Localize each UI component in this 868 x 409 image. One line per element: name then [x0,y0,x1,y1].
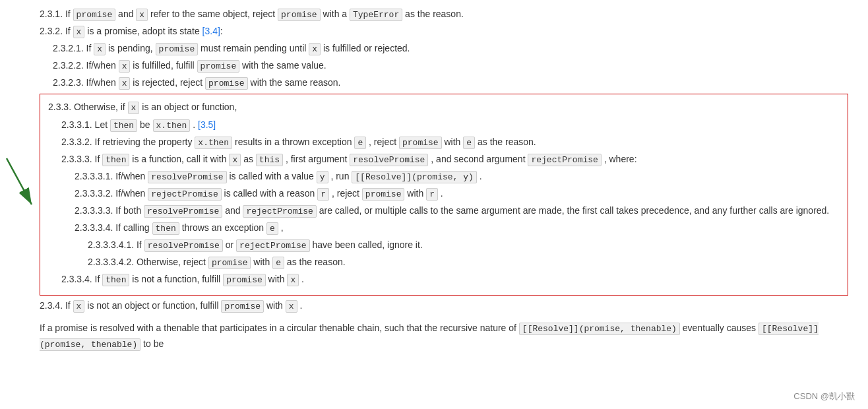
line-2334: 2.3.3.4. If then is not a function, fulf… [48,272,840,288]
line-2321-text: 2.3.2.1. If x is pending, promise must r… [53,43,410,53]
code-promise-1: promise [73,9,116,21]
code-promise-4: promise [197,60,240,73]
code-rejectpromise-3: rejectPromise [243,205,316,218]
footer-text: If a promise is resolved with a thenable… [40,321,848,352]
code-rejectpromise-4: rejectPromise [236,239,309,252]
code-then-2: then [102,154,129,166]
code-this: this [256,154,283,166]
line-23332-text: 2.3.3.3.2. If/when rejectPromise is call… [75,188,443,199]
code-x-2: x [73,26,85,38]
code-rejectpromise-1: rejectPromise [528,154,601,166]
code-e-2: e [463,137,475,149]
line-2323-text: 2.3.2.3. If/when x is rejected, reject p… [53,77,341,88]
line-233341: 2.3.3.3.4.1. If resolvePromise or reject… [48,237,840,253]
line-2331: 2.3.3.1. Let then be x.then . [3.5] [48,117,840,133]
line-23331-text: 2.3.3.3.1. If/when resolvePromise is cal… [75,171,482,181]
line-23334: 2.3.3.3.4. If calling then throws an exc… [48,220,840,236]
line-233-text: 2.3.3. Otherwise, if x is an object or f… [48,102,237,112]
code-rejectpromise-2: rejectPromise [148,188,221,201]
code-resolvepromise-1: resolvePromise [350,154,428,166]
code-promise-3: promise [156,43,199,55]
code-resolve-call: [[Resolve]](promise, y) [352,171,476,183]
line-232-text: 2.3.2. If x is a promise, adopt its stat… [40,26,223,36]
line-2322-text: 2.3.2.2. If/when x is fulfilled, fulfill… [53,60,326,71]
code-then-4: then [102,274,129,286]
line-2333-text: 2.3.3.3. If then is a function, call it … [61,154,637,164]
line-231: 2.3.1. If promise and x refer to the sam… [40,7,848,22]
code-typeerror: TypeError [350,9,402,21]
watermark: CSDN @凯小獸 [793,391,855,402]
code-xthen-1: x.then [153,119,191,132]
line-2323: 2.3.2.3. If/when x is rejected, reject p… [40,75,848,91]
line-23333-text: 2.3.3.3.3. If both resolvePromise and re… [75,205,829,216]
code-promise-10: promise [221,300,264,313]
line-232: 2.3.2. If x is a promise, adopt its stat… [40,24,848,40]
code-promise-9: promise [223,274,266,286]
code-promise-6: promise [399,137,442,149]
line-2333: 2.3.3.3. If then is a function, call it … [48,152,840,168]
footer-text-content: If a promise is resolved with a thenable… [40,323,819,349]
line-233342-text: 2.3.3.3.4.2. Otherwise, reject promise w… [88,257,346,267]
line-23331: 2.3.3.3.1. If/when resolvePromise is cal… [48,169,840,185]
line-234-text: 2.3.4. If x is not an object or function… [40,300,302,311]
code-x-9: x [287,274,299,286]
code-resolve-footer-2: [[Resolve]](promise, thenable) [40,323,819,351]
code-promise-2: promise [278,9,321,21]
code-r-2: r [426,188,438,201]
line-233: 2.3.3. Otherwise, if x is an object or f… [48,100,840,115]
code-e-1: e [354,137,366,149]
code-x-1: x [136,9,148,21]
line-233341-text: 2.3.3.3.4.1. If resolvePromise or reject… [88,239,423,250]
line-231-text: 2.3.1. If promise and x refer to the sam… [40,9,464,19]
line-2321: 2.3.2.1. If x is pending, promise must r… [40,41,848,57]
line-23333: 2.3.3.3.3. If both resolvePromise and re… [48,203,840,219]
line-233342: 2.3.3.3.4.2. Otherwise, reject promise w… [48,255,840,270]
code-promise-5: promise [205,77,248,90]
code-resolvepromise-4: resolvePromise [144,239,223,252]
line-2334-text: 2.3.3.4. If then is not a function, fulf… [61,274,304,284]
code-e-4: e [272,257,284,269]
content-area: 2.3.1. If promise and x refer to the sam… [40,7,848,352]
code-x-5: x [119,60,131,73]
line-2332: 2.3.3.2. If retrieving the property x.th… [48,135,840,150]
code-promise-7: promise [362,188,405,201]
code-r: r [317,188,329,201]
code-promise-8: promise [208,257,251,269]
code-resolvepromise-3: resolvePromise [144,205,222,218]
code-resolvepromise-2: resolvePromise [148,171,226,183]
line-23332: 2.3.3.3.2. If/when rejectPromise is call… [48,186,840,202]
code-then-1: then [110,119,137,132]
code-e-3: e [266,222,278,235]
line-23334-text: 2.3.3.3.4. If calling then throws an exc… [75,222,284,233]
code-x-11: x [286,300,297,313]
code-y: y [317,171,328,183]
page-container: 2.3.1. If promise and x refer to the sam… [0,0,868,409]
code-then-3: then [152,222,179,235]
ref-35[interactable]: [3.5] [198,119,216,130]
code-resolve-footer-1: [[Resolve]](promise, thenable) [519,323,680,335]
line-2322: 2.3.2.2. If/when x is fulfilled, fulfill… [40,58,848,74]
code-x-6: x [119,77,131,90]
line-2331-text: 2.3.3.1. Let then be x.then . [3.5] [61,119,216,130]
line-2332-text: 2.3.3.2. If retrieving the property x.th… [61,137,536,147]
highlighted-section: 2.3.3. Otherwise, if x is an object or f… [40,94,848,295]
line-234: 2.3.4. If x is not an object or function… [40,298,848,314]
code-x-8: x [229,154,241,166]
code-x-10: x [73,300,85,313]
svg-line-1 [7,158,32,204]
ref-34[interactable]: [3.4] [202,26,220,36]
code-x-7: x [128,102,140,114]
code-x-4: x [309,43,321,55]
code-xthen-2: x.then [195,137,232,149]
code-x-3: x [94,43,106,55]
arrow-container [0,0,40,409]
